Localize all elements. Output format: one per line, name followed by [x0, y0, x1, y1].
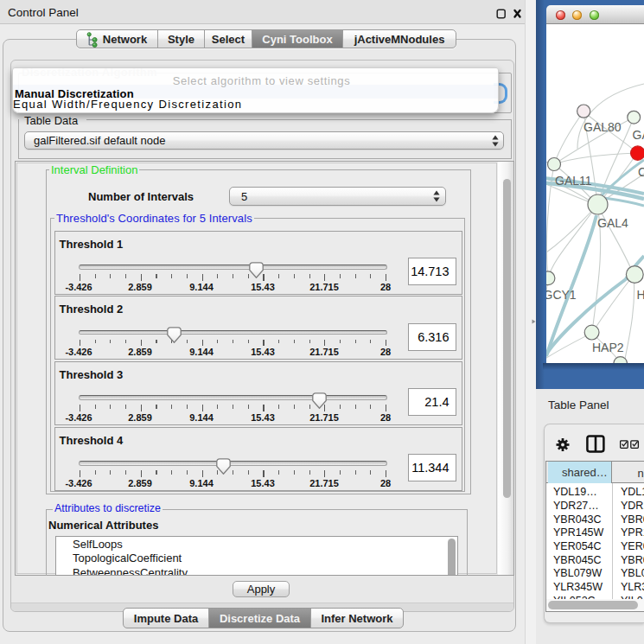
- svg-text:GAL11: GAL11: [555, 174, 592, 188]
- svg-text:GA: GA: [633, 128, 644, 142]
- svg-text:H: H: [637, 288, 644, 302]
- svg-text:GAL4: GAL4: [597, 216, 628, 230]
- svg-text:GCY1: GCY1: [546, 288, 577, 302]
- svg-text:C: C: [638, 165, 644, 179]
- svg-text:GAL80: GAL80: [583, 120, 622, 134]
- svg-text:HAP2: HAP2: [592, 341, 624, 354]
